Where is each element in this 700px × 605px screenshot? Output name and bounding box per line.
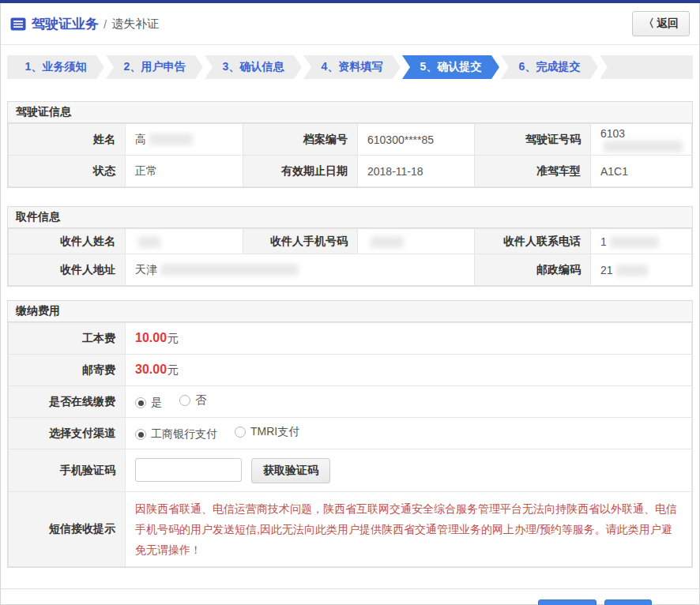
field-value: 2018-11-18 <box>358 156 475 187</box>
redaction-smudge <box>371 236 404 248</box>
redaction-smudge <box>138 236 160 248</box>
online-payment-radio-group: 是否 <box>126 386 692 418</box>
redaction-smudge <box>160 264 299 276</box>
field-label: 手机验证码 <box>9 449 126 492</box>
fee-unit: 元 <box>167 363 179 376</box>
radio-label: 是 <box>151 396 162 410</box>
section-pickup-info: 取件信息 收件人姓名 收件人手机号码 收件人联系电话 1 收件人地址 天津 邮政… <box>7 206 693 287</box>
table-row: 收件人地址 天津 邮政编码 21 <box>9 254 692 286</box>
field-label: 准驾车型 <box>475 156 591 187</box>
field-value: 21 <box>591 254 692 286</box>
pickup-info-table: 收件人姓名 收件人手机号码 收件人联系电话 1 收件人地址 天津 邮政编码 21 <box>8 228 692 286</box>
field-value: 610300****85 <box>358 124 475 156</box>
table-row: 选择支付渠道 工商银行支付TMRI支付 <box>9 418 692 449</box>
table-row: 是否在线缴费 是否 <box>9 386 692 418</box>
fee-unit: 元 <box>167 332 179 344</box>
fee-amount: 30.00 <box>135 363 167 376</box>
table-row: 工本费 10.00元 <box>9 323 692 355</box>
radio-selected-icon <box>135 397 146 408</box>
section-title-license: 驾驶证信息 <box>8 102 692 123</box>
table-row: 手机验证码 获取验证码 <box>9 449 692 492</box>
step-tab-3[interactable]: 3、确认信息 <box>205 55 302 79</box>
field-value <box>126 229 243 254</box>
radio-option[interactable]: 工商银行支付 <box>135 427 217 442</box>
field-value: 30.00元 <box>126 355 692 386</box>
sms-code-input[interactable] <box>135 458 242 482</box>
step-tab-6[interactable]: 6、完成提交 <box>501 55 598 79</box>
breadcrumb-current: 遗失补证 <box>111 17 159 32</box>
field-label: 短信接收提示 <box>9 492 126 567</box>
payment-table: 工本费 10.00元 邮寄费 30.00元 是否在线缴费 是否 选择支付渠道 工… <box>8 322 692 567</box>
radio-unselected-icon <box>179 395 190 406</box>
menu-list-icon <box>10 17 26 31</box>
previous-step-button[interactable]: 上一步 <box>538 599 597 605</box>
table-row: 姓名 高 档案编号 610300****85 驾驶证号码 6103 <box>9 124 692 156</box>
license-info-table: 姓名 高 档案编号 610300****85 驾驶证号码 6103 状态 正常 … <box>8 123 692 187</box>
get-code-button[interactable]: 获取验证码 <box>251 458 330 483</box>
field-label: 邮政编码 <box>475 254 591 286</box>
field-value: 因陕西省联通、电信运营商技术问题，陕西省互联网交通安全综合服务管理平台无法向持陕… <box>126 492 692 567</box>
redaction-smudge <box>610 236 659 248</box>
field-value: 10.00元 <box>126 323 692 355</box>
field-value: 正常 <box>126 156 243 187</box>
field-label: 收件人地址 <box>9 254 126 286</box>
field-label: 选择支付渠道 <box>9 418 126 449</box>
radio-option[interactable]: TMRI支付 <box>235 425 299 439</box>
field-value: 获取验证码 <box>126 449 692 492</box>
table-row: 邮寄费 30.00元 <box>9 355 692 386</box>
section-license-info: 驾驶证信息 姓名 高 档案编号 610300****85 驾驶证号码 6103 … <box>7 101 693 188</box>
field-value: A1C1 <box>591 156 692 187</box>
step-wizard-filler <box>600 55 693 79</box>
redaction-smudge <box>149 133 193 145</box>
field-label: 是否在线缴费 <box>9 386 126 418</box>
sms-notice-text: 因陕西省联通、电信运营商技术问题，陕西省互联网交通安全综合服务管理平台无法向持陕… <box>135 498 682 560</box>
radio-label: TMRI支付 <box>250 425 299 439</box>
page-title: 驾驶证业务 <box>32 15 99 33</box>
field-label: 收件人手机号码 <box>243 229 358 254</box>
field-label: 工本费 <box>9 323 126 355</box>
table-row: 收件人姓名 收件人手机号码 收件人联系电话 1 <box>9 229 692 254</box>
field-label: 有效期止日期 <box>243 156 358 187</box>
radio-option[interactable]: 是 <box>135 396 162 410</box>
field-value <box>358 229 475 254</box>
finish-button[interactable]: 完成 <box>604 599 652 605</box>
redaction-smudge <box>616 265 648 276</box>
table-row: 状态 正常 有效期止日期 2018-11-18 准驾车型 A1C1 <box>9 156 692 187</box>
step-tab-1[interactable]: 1、业务须知 <box>7 55 104 79</box>
step-tab-4[interactable]: 4、资料填写 <box>303 55 401 79</box>
payment-channel-radio-group: 工商银行支付TMRI支付 <box>126 418 692 449</box>
table-row: 短信接收提示 因陕西省联通、电信运营商技术问题，陕西省互联网交通安全综合服务管理… <box>9 492 692 567</box>
field-value: 天津 <box>126 254 475 286</box>
footer-actions: 上一步 完成 <box>1 589 699 605</box>
radio-selected-icon <box>135 429 146 440</box>
step-wizard: 1、业务须知2、用户申告3、确认信息4、资料填写5、确认提交6、完成提交 <box>7 55 693 79</box>
field-label: 状态 <box>9 156 126 187</box>
back-button[interactable]: 〈返回 <box>632 11 690 36</box>
field-value: 6103 <box>591 124 692 156</box>
field-label: 邮寄费 <box>9 355 126 386</box>
field-label: 收件人姓名 <box>9 229 126 254</box>
section-payment: 缴纳费用 工本费 10.00元 邮寄费 30.00元 是否在线缴费 是否 选择支… <box>7 300 693 568</box>
section-title-payment: 缴纳费用 <box>8 301 692 322</box>
section-title-pickup: 取件信息 <box>8 207 692 228</box>
back-chevron-icon: 〈 <box>643 17 654 29</box>
page-container: 驾驶证业务 / 遗失补证 〈返回 1、业务须知2、用户申告3、确认信息4、资料填… <box>0 3 700 605</box>
field-label: 收件人联系电话 <box>475 229 591 254</box>
breadcrumb-separator: / <box>103 17 107 31</box>
field-label: 驾驶证号码 <box>475 124 591 156</box>
back-label: 返回 <box>657 17 679 29</box>
redaction-smudge <box>604 141 683 152</box>
field-value: 高 <box>126 124 243 156</box>
field-label: 档案编号 <box>243 124 358 156</box>
radio-unselected-icon <box>235 427 246 438</box>
step-tab-5[interactable]: 5、确认提交 <box>402 55 499 79</box>
radio-label: 工商银行支付 <box>151 427 217 442</box>
page-header: 驾驶证业务 / 遗失补证 〈返回 <box>1 3 699 45</box>
fee-amount: 10.00 <box>135 331 167 344</box>
step-tab-2[interactable]: 2、用户申告 <box>106 55 203 79</box>
radio-label: 否 <box>195 393 206 408</box>
field-value: 1 <box>591 229 692 254</box>
field-label: 姓名 <box>9 124 126 156</box>
radio-option[interactable]: 否 <box>179 393 206 408</box>
